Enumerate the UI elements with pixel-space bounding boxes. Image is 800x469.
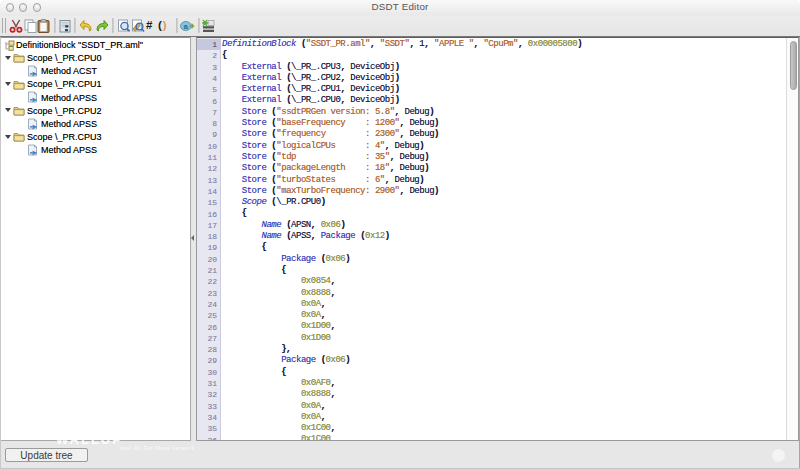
svg-text:a: a <box>184 22 189 31</box>
